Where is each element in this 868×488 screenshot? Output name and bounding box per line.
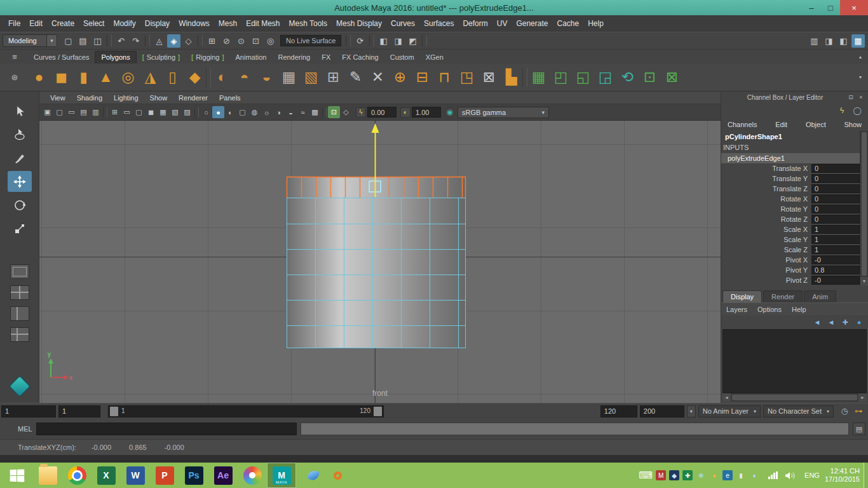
menu-item[interactable]: Create [47,19,79,28]
layer-list[interactable] [722,329,867,393]
layer-move-icon[interactable]: ◄ [826,317,836,327]
shelf-scroll-down-icon[interactable]: ▼ [854,74,867,81]
outliner-toggle-icon[interactable]: ▥ [808,34,821,48]
create-layer-selected-icon[interactable]: ● [854,317,864,327]
attribute-value-field[interactable]: 0 [811,174,860,183]
menu-item[interactable]: File [4,19,25,28]
excel-icon[interactable]: X [92,463,121,488]
select-hierarchy-icon[interactable]: ◬ [153,34,166,48]
wireframe-icon[interactable]: ○ [200,106,212,118]
maximize-button[interactable]: □ [821,0,840,15]
node-name[interactable]: pCylinderShape1 [721,131,860,142]
chrome-icon[interactable] [62,463,92,488]
viewport-canvas[interactable]: y x front [39,121,721,403]
rotate-tool[interactable] [8,194,32,215]
script-editor-icon[interactable]: ▤ [853,423,865,435]
lights-icon[interactable]: ☼ [261,106,273,118]
attribute-value-field[interactable]: 1 [811,235,860,244]
exposure-icon[interactable]: ϟ [356,107,366,118]
clock[interactable]: 12:41 CH 17/10/2015 [825,467,860,484]
menu-item[interactable]: Help [583,19,608,28]
paint-select-tool[interactable] [8,147,32,168]
shelf-tab[interactable]: FX [316,51,336,64]
lasso-tool[interactable] [8,124,32,145]
close-panel-icon[interactable]: × [857,93,865,102]
viewport-icon[interactable] [194,107,199,118]
multisample-icon[interactable]: ▩ [309,106,321,118]
layer-editor-tab[interactable]: Render [763,290,803,302]
photoshop-icon[interactable]: Ps [179,463,208,488]
tray-icon[interactable]: ❄ [696,470,706,480]
shelf-icon[interactable] [206,68,211,87]
file-explorer-icon[interactable] [33,463,62,488]
boolean-icon[interactable]: ⊟ [411,66,433,88]
ao-icon[interactable]: ◒ [285,106,297,118]
scrollbar-thumb[interactable] [732,395,857,400]
command-result-field[interactable] [301,423,849,435]
three-pane-layout-button[interactable] [10,327,29,342]
tray-icon[interactable]: ♦ [749,470,759,480]
ipr-render-icon[interactable]: ◨ [391,34,405,48]
sphere-project-icon[interactable]: ◓ [233,66,255,88]
shadows-icon[interactable]: ◑ [273,106,285,118]
menu-item[interactable]: Deform [458,19,492,28]
shelf-tab[interactable]: Sculpting [137,51,186,64]
snap-to-curve-icon[interactable]: ⊘ [220,34,233,48]
channel-box-menu-item[interactable]: Object [806,121,826,128]
menu-item[interactable]: Display [140,19,174,28]
texture-cube-icon[interactable]: ▧ [300,66,322,88]
gate-mask-icon[interactable]: ◼ [145,106,157,118]
shelf-tab[interactable]: Curves / Surfaces [28,51,95,64]
append-polygon-icon[interactable]: ◰ [550,66,572,88]
playback-end-field[interactable]: 120 [600,405,637,417]
quad-draw-icon[interactable]: ▦ [527,66,550,88]
attribute-label[interactable]: Scale Z [721,246,811,254]
input-node-name[interactable]: polyExtrudeEdge1 [721,153,860,163]
shelf-tab[interactable]: Custom [384,51,420,64]
safe-title-icon[interactable]: ▨ [181,106,193,118]
range-start-handle[interactable] [110,407,118,416]
select-camera-icon[interactable]: ▣ [41,106,53,118]
float-panel-icon[interactable]: ⊡ [846,93,855,102]
panel-menu-item[interactable]: Lighting [108,94,144,102]
target-weld-icon[interactable]: ⊠ [478,66,500,88]
render-frame-icon[interactable]: ◧ [377,34,390,48]
slide-edge-icon[interactable]: ◲ [594,66,616,88]
channel-box-scrollbar[interactable]: ▼ [860,131,868,285]
status-icon[interactable] [107,35,112,46]
blocks-icon[interactable]: ▙ [500,66,522,88]
chevron-down-icon[interactable]: ▾ [687,405,696,417]
network-icon[interactable] [768,471,778,479]
resolution-gate-icon[interactable]: ▢ [133,106,145,118]
tray-icon[interactable]: e [722,470,733,480]
blue-swoosh-icon[interactable] [306,468,320,482]
layer-menu-item[interactable]: Layers [726,306,747,313]
spin-edge-icon[interactable]: ⟲ [616,66,639,88]
playback-options-icon[interactable]: ◷ [839,405,850,417]
status-icon[interactable] [145,35,150,46]
poly-plane-icon[interactable]: ◆ [184,66,206,88]
snap-to-point-icon[interactable]: ⊙ [234,34,248,48]
status-icon[interactable] [369,35,374,46]
viewport-icon[interactable] [103,107,107,118]
flat-shade-icon[interactable]: ◐ [224,106,236,118]
poly-cone-icon[interactable]: ▲ [95,66,117,88]
close-button[interactable]: × [840,0,868,15]
menu-item[interactable]: Mesh Display [332,19,386,28]
status-icon[interactable] [198,35,203,46]
attribute-label[interactable]: Pivot X [721,256,811,264]
select-tool[interactable] [8,100,32,121]
tray-icon[interactable]: M [656,470,666,480]
menu-item[interactable]: Edit Mesh [241,19,284,28]
word-icon[interactable]: W [121,463,150,488]
safe-action-icon[interactable]: ▧ [169,106,181,118]
channel-box-menu-item[interactable]: Channels [728,121,757,128]
attribute-value-field[interactable]: 0 [811,194,860,203]
shelf-tab[interactable]: Rigging [186,51,229,64]
lattice-icon[interactable]: ▦ [278,66,300,88]
attribute-value-field[interactable]: 0.8 [811,266,860,274]
grid-mesh-icon[interactable]: ⊞ [322,66,344,88]
range-end-handle[interactable] [374,407,382,416]
uv-editor-icon[interactable]: ⊡ [639,66,661,88]
select-object-icon[interactable]: ◈ [167,34,180,48]
